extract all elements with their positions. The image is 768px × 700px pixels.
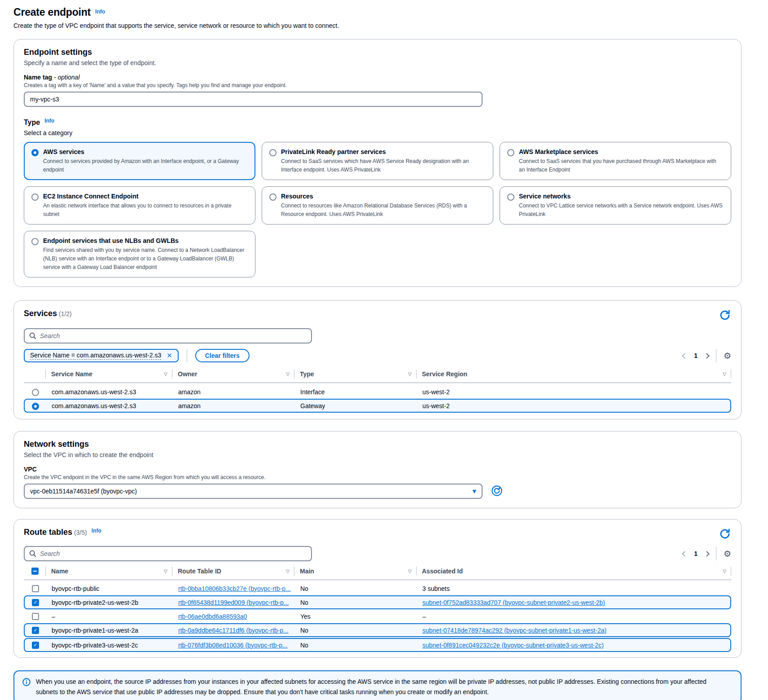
cell-main: No: [295, 585, 417, 592]
chevron-down-icon: ▼: [473, 489, 476, 494]
services-page-number[interactable]: 1: [694, 352, 698, 359]
subnets-popover-trigger[interactable]: 3 subnets: [422, 585, 450, 592]
route-tables-page-number[interactable]: 1: [694, 550, 698, 557]
services-search-input[interactable]: [40, 332, 307, 339]
row-checkbox-checked-icon[interactable]: ✓: [32, 599, 39, 606]
column-header-name[interactable]: Name▽: [45, 567, 172, 576]
sort-icon[interactable]: ▽: [286, 569, 290, 574]
column-header-service-region[interactable]: Service Region▽: [416, 370, 731, 379]
radio-icon[interactable]: [507, 149, 514, 156]
category-service-networks[interactable]: Service networks Connect to VPC Lattice …: [500, 186, 731, 225]
row-checkbox-icon[interactable]: [32, 613, 39, 620]
category-ec2-instance-connect[interactable]: EC2 Instance Connect Endpoint An elastic…: [24, 186, 255, 225]
category-privatelink-partner[interactable]: PrivateLink Ready partner services Conne…: [262, 142, 493, 180]
page-info-link[interactable]: Info: [95, 9, 105, 15]
services-settings-gear-icon[interactable]: ⚙: [724, 351, 731, 361]
associated-subnet-link[interactable]: subnet-07418de78974ac292 (byovpc-subnet-…: [422, 627, 606, 634]
endpoint-settings-description: Specify a name and select the type of en…: [24, 59, 731, 66]
route-table-row[interactable]: ✓ byovpc-rtb-private1-us-west-2a rtb-0a9…: [24, 623, 731, 637]
radio-icon[interactable]: [507, 194, 514, 201]
cell-service-region: us-west-2: [417, 402, 730, 409]
route-tables-info-link[interactable]: Info: [92, 528, 101, 534]
search-icon: [29, 332, 36, 339]
route-table-id-link[interactable]: rtb-06ae0dbd6a88593a0: [178, 613, 247, 620]
row-radio-checked-icon[interactable]: [32, 403, 39, 410]
category-resources[interactable]: Resources Connect to resources like Amaz…: [262, 186, 493, 225]
category-nlb-gwlb[interactable]: Endpoint services that use NLBs and GWLB…: [24, 231, 255, 277]
column-header-route-table-id[interactable]: Route Table ID▽: [172, 567, 294, 576]
row-checkbox-icon[interactable]: [32, 585, 39, 592]
clear-filters-button[interactable]: Clear filters: [195, 349, 250, 362]
services-refresh-button[interactable]: [719, 309, 731, 323]
route-table-id-link[interactable]: rtb-0bba10806b33cb27e (byovpc-rtb-p...: [178, 585, 291, 592]
route-tables-search-input[interactable]: [40, 550, 307, 557]
sort-icon[interactable]: ▽: [164, 569, 167, 574]
type-info-link[interactable]: Info: [44, 118, 54, 124]
associated-subnet-link[interactable]: subnet-0f891cec049232c2e (byovpc-subnet-…: [422, 642, 604, 649]
category-description: Find services shared with you by service…: [43, 246, 248, 271]
cell-service-region: us-west-2: [417, 388, 730, 396]
row-checkbox-checked-icon[interactable]: ✓: [32, 627, 39, 634]
sort-icon[interactable]: ▽: [286, 372, 290, 377]
cell-type: Gateway: [295, 402, 417, 409]
service-row-gateway[interactable]: com.amazonaws.us-west-2.s3 amazon Gatewa…: [24, 399, 731, 413]
next-page-icon[interactable]: [704, 353, 710, 359]
filter-token-label[interactable]: Service Name = com.amazonaws.us-west-2.s…: [30, 352, 161, 360]
sort-icon[interactable]: ▽: [164, 372, 167, 377]
radio-checked-icon[interactable]: [31, 149, 39, 156]
route-tables-settings-gear-icon[interactable]: ⚙: [724, 549, 731, 559]
category-aws-services[interactable]: AWS services Connect to services provide…: [24, 142, 255, 180]
category-title: PrivateLink Ready partner services: [281, 148, 486, 155]
previous-page-icon[interactable]: [682, 551, 688, 557]
divider: [716, 547, 716, 560]
column-header-type[interactable]: Type▽: [294, 370, 416, 379]
column-header-main[interactable]: Main▽: [294, 567, 416, 576]
previous-page-icon[interactable]: [682, 353, 688, 359]
route-table-row[interactable]: ✓ byovpc-rtb-private3-us-west-2c rtb-076…: [24, 638, 731, 652]
type-heading: Type: [24, 119, 40, 126]
services-counter: (1/2): [59, 310, 72, 317]
column-header-service-name[interactable]: Service Name▽: [45, 370, 172, 379]
route-table-id-link[interactable]: rtb-0f65438d1199ed009 (byovpc-rtb-p...: [178, 599, 289, 606]
service-row-interface[interactable]: com.amazonaws.us-west-2.s3 amazon Interf…: [24, 385, 731, 399]
sort-icon[interactable]: ▽: [408, 372, 412, 377]
sort-icon[interactable]: ▽: [408, 569, 412, 574]
radio-icon[interactable]: [269, 194, 276, 201]
radio-icon[interactable]: [269, 149, 276, 156]
vpc-select-value: vpc-0eb11514a74631e5f (byovpc-vpc): [30, 488, 137, 495]
next-page-icon[interactable]: [704, 551, 710, 557]
row-radio-icon[interactable]: [32, 389, 39, 396]
category-marketplace[interactable]: AWS Marketplace services Connect to SaaS…: [500, 142, 731, 180]
create-endpoint-page: Create endpointInfo Create the type of V…: [13, 6, 742, 700]
select-all-checkbox-indeterminate-icon[interactable]: [31, 568, 39, 575]
route-table-row[interactable]: ✓ byovpc-rtb-private2-us-west-2b rtb-0f6…: [24, 595, 731, 609]
category-description: Connect to services provided by Amazon w…: [43, 157, 248, 174]
filter-token-dismiss-icon[interactable]: ✕: [167, 352, 172, 360]
radio-icon[interactable]: [31, 194, 39, 201]
name-tag-label: Name tag - optional: [24, 74, 731, 81]
route-table-row[interactable]: byovpc-rtb-public rtb-0bba10806b33cb27e …: [24, 581, 731, 595]
vpc-select[interactable]: vpc-0eb11514a74631e5f (byovpc-vpc) ▼: [24, 484, 483, 499]
route-table-id-link[interactable]: rtb-0a9ddbe64c1711df6 (byovpc-rtb-p...: [178, 627, 289, 634]
name-tag-optional: - optional: [54, 74, 80, 81]
category-title: Service networks: [519, 193, 724, 200]
category-description: Connect to resources like Amazon Relatio…: [281, 202, 486, 218]
endpoint-settings-card: Endpoint settings Specify a name and sel…: [13, 39, 742, 287]
associated-subnet-link[interactable]: subnet-0f752ad83333ad707 (byovpc-subnet-…: [422, 599, 605, 606]
category-title: Resources: [281, 193, 486, 200]
vpc-refresh-button[interactable]: [491, 484, 503, 498]
sort-icon[interactable]: ▽: [723, 569, 726, 574]
route-table-row[interactable]: – rtb-06ae0dbd6a88593a0 Yes –: [24, 609, 731, 623]
route-tables-refresh-button[interactable]: [719, 528, 731, 542]
row-checkbox-checked-icon[interactable]: ✓: [32, 642, 39, 649]
cell-main: Yes: [295, 613, 417, 620]
cell-main: No: [295, 627, 417, 634]
column-header-owner[interactable]: Owner▽: [172, 370, 294, 379]
radio-icon[interactable]: [31, 238, 39, 245]
sort-icon[interactable]: ▽: [723, 372, 726, 377]
cell-name: byovpc-rtb-public: [46, 585, 173, 592]
route-table-id-link[interactable]: rtb-076fdf3b08ed10036 (byovpc-rtb-p...: [178, 642, 288, 649]
endpoint-info-alert: When you use an endpoint, the source IP …: [13, 670, 742, 700]
name-tag-input[interactable]: [24, 92, 483, 107]
column-header-associated-id[interactable]: Associated Id▽: [416, 567, 731, 576]
